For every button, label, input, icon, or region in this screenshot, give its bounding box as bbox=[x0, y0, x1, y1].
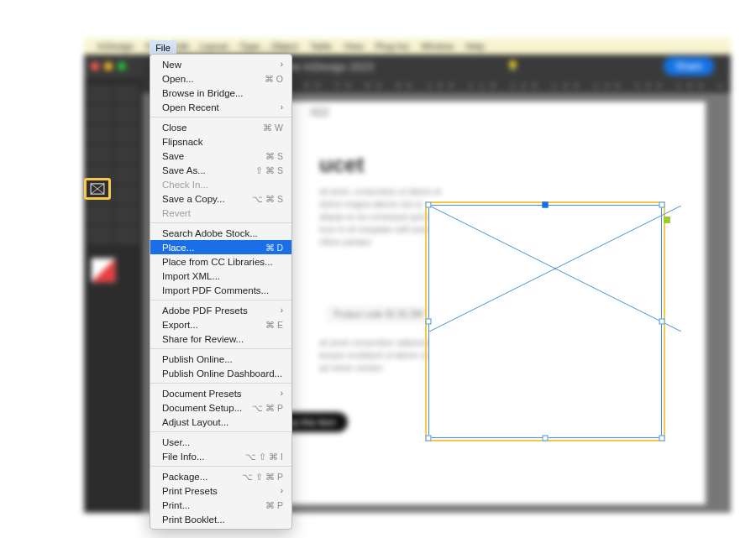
selection-tool[interactable] bbox=[87, 85, 113, 103]
zoom-tool[interactable] bbox=[114, 226, 139, 244]
menu-item-label: User... bbox=[162, 437, 190, 447]
menu-shortcut: ⌥ ⌘ P bbox=[252, 403, 283, 413]
menu-item-label: Save As... bbox=[162, 165, 206, 175]
menu-item-share-for-review[interactable]: Share for Review... bbox=[150, 332, 291, 346]
empty-image-frame[interactable] bbox=[428, 205, 662, 438]
menu-item-label: Place from CC Libraries... bbox=[162, 257, 273, 267]
menu-item-new[interactable]: New› bbox=[150, 57, 291, 71]
menu-shortcut: ⌥ ⇧ ⌘ P bbox=[242, 472, 283, 482]
menu-item-document-presets[interactable]: Document Presets› bbox=[150, 386, 291, 400]
menu-separator bbox=[150, 300, 291, 300]
handle-w[interactable] bbox=[426, 319, 432, 325]
menu-item-flipsnack[interactable]: Flipsnack bbox=[150, 134, 291, 149]
menu-item-revert: Revert bbox=[150, 206, 291, 220]
handle-n[interactable] bbox=[543, 202, 549, 208]
line-tool[interactable] bbox=[114, 125, 139, 144]
rectangle-tool[interactable] bbox=[114, 165, 139, 184]
handle-se[interactable] bbox=[659, 436, 665, 441]
handle-nw[interactable] bbox=[426, 202, 432, 208]
doc-year: 022 bbox=[311, 106, 329, 118]
menu-item-label: Revert bbox=[162, 208, 191, 218]
menu-item-open[interactable]: Open...⌘ O bbox=[150, 71, 291, 86]
share-button[interactable]: Share bbox=[664, 57, 714, 76]
menu-item-label: New bbox=[162, 60, 181, 70]
content-grabber-icon[interactable] bbox=[664, 217, 670, 223]
menu-item-save-as[interactable]: Save As...⇧ ⌘ S bbox=[150, 163, 291, 177]
menu-item-document-setup[interactable]: Document Setup...⌥ ⌘ P bbox=[150, 400, 291, 415]
menu-shortcut: ⌘ S bbox=[265, 151, 283, 161]
menu-item-print[interactable]: Print...⌘ P bbox=[150, 498, 291, 512]
toolbox bbox=[84, 78, 143, 513]
menu-item-label: Export... bbox=[162, 320, 198, 330]
menu-item-close[interactable]: Close⌘ W bbox=[150, 120, 291, 134]
close-icon[interactable] bbox=[91, 62, 99, 71]
minimize-icon[interactable] bbox=[104, 62, 113, 71]
menu-shortcut: ⇧ ⌘ S bbox=[255, 165, 283, 175]
pen-tool[interactable] bbox=[87, 145, 113, 164]
menu-item-print-booklet[interactable]: Print Booklet... bbox=[150, 512, 291, 526]
gap-tool[interactable] bbox=[114, 105, 139, 123]
menu-item-file-info[interactable]: File Info...⌥ ⇧ ⌘ I bbox=[150, 449, 291, 463]
menu-item-place-from-cc-libraries[interactable]: Place from CC Libraries... bbox=[150, 254, 291, 269]
chevron-right-icon: › bbox=[281, 389, 283, 398]
menu-separator bbox=[150, 466, 291, 467]
menu-item-label: Import PDF Comments... bbox=[162, 285, 269, 295]
menu-item-user[interactable]: User... bbox=[150, 435, 291, 449]
page-tool[interactable] bbox=[87, 105, 113, 123]
menu-item-label: File Info... bbox=[162, 452, 205, 462]
handle-sw[interactable] bbox=[426, 436, 432, 441]
menu-separator bbox=[150, 222, 291, 223]
menu-item-import-xml[interactable]: Import XML... bbox=[150, 269, 291, 283]
menu-shortcut: ⌘ P bbox=[265, 500, 283, 510]
menu-item-label: Publish Online... bbox=[162, 354, 233, 364]
menu-item-label: Check In... bbox=[162, 180, 208, 190]
chevron-right-icon: › bbox=[281, 486, 283, 495]
menu-item-browse-in-bridge[interactable]: Browse in Bridge... bbox=[150, 86, 291, 100]
menu-item-save-a-copy[interactable]: Save a Copy...⌥ ⌘ S bbox=[150, 191, 291, 206]
menu-item-print-presets[interactable]: Print Presets› bbox=[150, 483, 291, 498]
menu-item-save[interactable]: Save⌘ S bbox=[150, 149, 291, 163]
gradient-tool[interactable] bbox=[87, 206, 113, 224]
type-tool[interactable] bbox=[87, 125, 113, 144]
app-name[interactable]: InDesign bbox=[97, 41, 134, 51]
file-menu[interactable]: New›Open...⌘ OBrowse in Bridge...Open Re… bbox=[150, 54, 292, 530]
menu-item-place[interactable]: Place...⌘ D bbox=[150, 240, 291, 254]
handle-ne[interactable] bbox=[659, 202, 665, 208]
menu-item-label: Open... bbox=[162, 74, 194, 84]
menu-item-label: Document Setup... bbox=[162, 403, 242, 413]
hand-tool[interactable] bbox=[87, 226, 113, 244]
menu-item-export[interactable]: Export...⌘ E bbox=[150, 317, 291, 332]
menu-item-adobe-pdf-presets[interactable]: Adobe PDF Presets› bbox=[150, 303, 291, 317]
menu-separator bbox=[150, 431, 291, 432]
menu-item-label: Save a Copy... bbox=[162, 194, 225, 204]
selected-frame[interactable] bbox=[428, 205, 662, 438]
zoom-icon[interactable] bbox=[118, 62, 126, 71]
free-transform-tool[interactable] bbox=[114, 185, 139, 204]
menu-shortcut: ⌘ W bbox=[263, 123, 283, 133]
lightbulb-icon[interactable]: 💡 bbox=[507, 60, 519, 72]
chevron-right-icon: › bbox=[281, 60, 283, 69]
menu-item-open-recent[interactable]: Open Recent› bbox=[150, 100, 291, 114]
menu-item-label: Open Recent bbox=[162, 102, 219, 112]
menu-separator bbox=[150, 348, 291, 349]
handle-e[interactable] bbox=[659, 319, 665, 325]
menu-item-label: Document Presets bbox=[162, 389, 242, 399]
handle-s[interactable] bbox=[543, 436, 549, 441]
menu-separator bbox=[150, 383, 291, 384]
menu-item-check-in: Check In... bbox=[150, 177, 291, 191]
menu-item-import-pdf-comments[interactable]: Import PDF Comments... bbox=[150, 283, 291, 297]
menu-item-package[interactable]: Package...⌥ ⇧ ⌘ P bbox=[150, 469, 291, 483]
menu-item-label: Print... bbox=[162, 500, 190, 510]
direct-selection-tool[interactable] bbox=[114, 85, 139, 103]
pencil-tool[interactable] bbox=[114, 145, 139, 164]
menu-item-label: Place... bbox=[162, 243, 194, 253]
menu-item-publish-online[interactable]: Publish Online... bbox=[150, 352, 291, 366]
menu-item-label: Save bbox=[162, 151, 184, 161]
rectangle-frame-tool-highlight[interactable] bbox=[84, 178, 111, 200]
fill-stroke-swatch[interactable] bbox=[91, 258, 116, 283]
menu-item-search-adobe-stock[interactable]: Search Adobe Stock... bbox=[150, 226, 291, 240]
window-controls[interactable] bbox=[91, 62, 126, 71]
eyedropper-tool[interactable] bbox=[114, 206, 139, 224]
menu-item-publish-online-dashboard[interactable]: Publish Online Dashboard... bbox=[150, 366, 291, 380]
menu-item-adjust-layout[interactable]: Adjust Layout... bbox=[150, 415, 291, 429]
